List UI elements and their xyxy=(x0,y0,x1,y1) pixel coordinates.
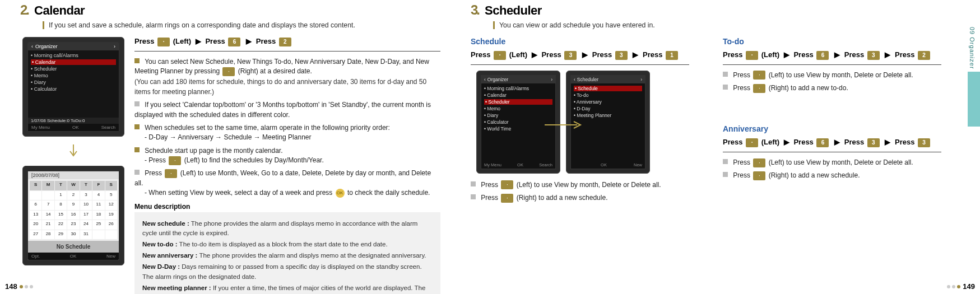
numkey-icon: 3 xyxy=(918,138,930,147)
list-item: • Memo xyxy=(31,73,116,78)
calendar-day: 2 xyxy=(67,191,79,200)
calendar-day: 3 xyxy=(80,191,92,200)
calendar-day: 10 xyxy=(80,200,92,210)
section-tab xyxy=(968,72,980,127)
menu-description-row: New schedule : The phone provides the al… xyxy=(142,219,433,239)
list-item: • Morning call/Alarms xyxy=(484,86,552,91)
bullet-icon xyxy=(471,194,476,199)
bullet-item: Press · (Left) to use View by month, Del… xyxy=(471,180,689,190)
calendar-day: 21 xyxy=(42,220,54,230)
accent-bar xyxy=(493,21,495,29)
softkey-icon: · xyxy=(222,67,235,76)
calendar-day: 22 xyxy=(55,220,67,230)
calendar-day: 15 xyxy=(55,211,67,220)
menu-description: New schedule : The phone provides the al… xyxy=(134,212,440,294)
subsection-title: To-do xyxy=(723,37,941,46)
calendar-day: 28 xyxy=(42,230,54,240)
calendar-day: 11 xyxy=(92,200,104,210)
accent-bar xyxy=(43,21,44,29)
calendar-day: 14 xyxy=(42,211,54,220)
calendar-day: 24 xyxy=(80,220,92,230)
press-sequence: Press · (Left) ▶ Press 6 ▶ Press 3 ▶ Pre… xyxy=(723,50,941,65)
calendar-day xyxy=(30,191,41,200)
numkey-icon: 1 xyxy=(666,51,678,60)
bullet-icon xyxy=(723,85,728,90)
section-subtitle-text: If you set and save a schedule, alarm ri… xyxy=(49,21,355,29)
calendar-day: 17 xyxy=(80,211,92,220)
bullet-item: Press · (Right) to add a new schedule. xyxy=(471,193,689,203)
section-header-calendar: 2. Calendar xyxy=(20,2,440,18)
page-number-right: 149 xyxy=(947,282,975,291)
list-item: • Memo xyxy=(484,106,552,111)
calendar-day: 4 xyxy=(92,191,104,200)
softkey-icon: · xyxy=(169,156,181,165)
calendar-day: 13 xyxy=(30,211,41,220)
numkey-icon: 2 xyxy=(279,38,291,46)
press-sequence: Press · (Left) ▶ Press 6 ▶ Press 2 xyxy=(134,37,440,52)
list-item: • Anniversary xyxy=(574,99,642,105)
softkey-icon: · xyxy=(753,158,765,167)
calendar-day: 30 xyxy=(67,230,79,240)
calendar-dow: S xyxy=(30,181,41,190)
calendar-day: 12 xyxy=(105,200,117,210)
calendar-day xyxy=(42,191,54,200)
calendar-dow: F xyxy=(92,181,104,190)
chevron-left-icon: ‹ xyxy=(484,77,486,82)
menu-description-row: New D-Day : Days remaining to or passed … xyxy=(142,262,433,282)
section-subtitle-text: You can view or add schedule you have en… xyxy=(499,21,655,29)
calendar-day: 29 xyxy=(55,230,67,240)
section-number: 3. xyxy=(471,2,480,18)
softkey-icon: · xyxy=(746,51,758,60)
bullet-icon xyxy=(134,170,140,175)
softkey-icon: · xyxy=(165,169,177,178)
page-number-left: 148 xyxy=(5,282,33,291)
softkey-icon: · xyxy=(501,180,513,189)
bullet-item: Schedule start up page is the montly cal… xyxy=(134,146,440,166)
page-dots xyxy=(20,285,33,288)
calendar-day: 27 xyxy=(30,230,41,240)
chevron-right-icon: › xyxy=(114,44,115,49)
bullet-item: Press · (Right) to add a new to-do. xyxy=(723,83,941,93)
softkey-icon: · xyxy=(494,51,506,60)
bullet-icon xyxy=(134,58,140,63)
numkey-icon: 6 xyxy=(228,38,240,46)
chevron-right-icon: › xyxy=(551,77,552,82)
calendar-dow: T xyxy=(55,181,67,190)
numkey-icon: 3 xyxy=(867,138,880,147)
bullet-item: If you select 'Calendar top/bottom' or '… xyxy=(134,100,440,120)
numkey-icon: 3 xyxy=(564,51,577,60)
press-sequence: Press · (Left) ▶ Press 6 ▶ Press 3 ▶ Pre… xyxy=(723,138,941,152)
calendar-dow: M xyxy=(42,181,54,190)
list-item: • Calendar xyxy=(31,59,116,65)
softkey-icon: · xyxy=(157,38,170,46)
bullet-icon xyxy=(471,181,476,186)
calendar-day: 7 xyxy=(42,200,54,210)
numkey-icon: 3 xyxy=(867,51,880,60)
section-subtitle: You can view or add schedule you have en… xyxy=(493,21,958,29)
page-number-left-value: 148 xyxy=(5,282,17,291)
calendar-dow: T xyxy=(80,181,92,190)
dual-phone-mockups: ‹Organizer› • Morning call/Alarms• Calen… xyxy=(471,71,656,174)
numkey-icon: 3 xyxy=(615,51,628,60)
calendar-day: 9 xyxy=(67,200,79,210)
list-item: • Meeting Planner xyxy=(574,113,642,118)
phone-organizer: ‹Organizer› • Morning call/Alarms• Calen… xyxy=(476,71,560,174)
phone-mockups: ‹Organizer› • Morning call/Alarms• Calen… xyxy=(20,37,127,294)
numkey-icon: 6 xyxy=(816,138,829,147)
softkey-icon: · xyxy=(753,84,765,93)
list-item: • D-Day xyxy=(574,106,642,111)
calendar-dow: S xyxy=(105,181,117,190)
section-title: Calendar xyxy=(34,3,85,18)
calendar-day: 8 xyxy=(55,200,67,210)
menu-description-row: New to-do : The to-do item is displayed … xyxy=(142,240,433,250)
calendar-day xyxy=(105,230,117,240)
list-item: • World Time xyxy=(484,126,552,132)
bullet-item: Press · (Left) to use Month, Week, Go to… xyxy=(134,169,440,198)
calendar-day xyxy=(92,230,104,240)
bullet-item: Press · (Left) to use View by month, Del… xyxy=(723,158,941,167)
section-header-scheduler: 3. Scheduler xyxy=(471,2,958,18)
chevron-right-icon: › xyxy=(640,77,642,82)
bullet-item: Press · (Left) to use View by month, Del… xyxy=(723,71,941,80)
press-sequence: Press · (Left) ▶ Press 3 ▶ Press 3 ▶ Pre… xyxy=(471,50,689,65)
numkey-icon: 6 xyxy=(816,51,829,60)
